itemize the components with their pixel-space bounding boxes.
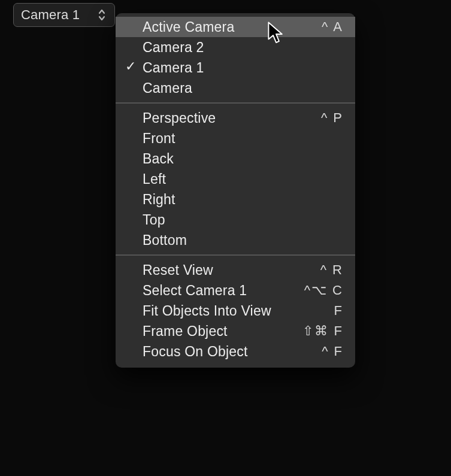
menu-item-label: Focus On Object — [143, 344, 322, 360]
menu-item-top[interactable]: Top — [116, 210, 355, 230]
menu-item-label: Camera — [143, 80, 343, 96]
menu-separator — [116, 254, 355, 256]
menu-item-perspective[interactable]: Perspective^ P — [116, 108, 355, 128]
menu-item-bottom[interactable]: Bottom — [116, 230, 355, 250]
menu-item-shortcut: ^ A — [322, 19, 343, 35]
camera-popup-button[interactable]: Camera 1 — [13, 3, 115, 27]
menu-item-front[interactable]: Front — [116, 128, 355, 148]
menu-item-label: Select Camera 1 — [143, 283, 304, 299]
menu-item-reset-view[interactable]: Reset View^ R — [116, 260, 355, 280]
updown-chevron-icon — [98, 8, 106, 22]
viewport-stage: { "button": { "label": "Camera 1" }, "me… — [0, 0, 451, 476]
menu-item-label: Perspective — [143, 110, 321, 126]
menu-item-select-camera-1[interactable]: Select Camera 1^⌥ C — [116, 280, 355, 301]
menu-item-label: Bottom — [143, 232, 343, 248]
menu-item-label: Reset View — [143, 262, 320, 278]
menu-item-shortcut: ^ F — [322, 344, 343, 359]
menu-item-focus-on-object[interactable]: Focus On Object^ F — [116, 341, 355, 362]
menu-item-label: Camera 2 — [143, 40, 343, 56]
menu-item-right[interactable]: Right — [116, 189, 355, 210]
menu-item-shortcut: ^⌥ C — [304, 283, 343, 298]
menu-item-label: Fit Objects Into View — [143, 303, 334, 319]
camera-popup-label: Camera 1 — [21, 7, 80, 23]
menu-item-camera[interactable]: Camera — [116, 78, 355, 98]
menu-item-shortcut: ^ R — [320, 262, 343, 278]
menu-item-camera-1[interactable]: ✓Camera 1 — [116, 57, 355, 78]
menu-item-shortcut: ⇧⌘ F — [302, 323, 343, 339]
menu-item-label: Camera 1 — [143, 60, 343, 76]
menu-item-label: Left — [143, 171, 343, 187]
menu-item-back[interactable]: Back — [116, 148, 355, 169]
menu-item-label: Right — [143, 192, 343, 208]
menu-item-frame-object[interactable]: Frame Object⇧⌘ F — [116, 321, 355, 341]
menu-item-label: Back — [143, 151, 343, 167]
menu-item-label: Active Camera — [143, 19, 322, 35]
menu-item-fit-objects-into-view[interactable]: Fit Objects Into ViewF — [116, 301, 355, 321]
menu-item-label: Front — [143, 131, 343, 147]
menu-item-label: Top — [143, 212, 343, 228]
menu-item-left[interactable]: Left — [116, 169, 355, 189]
menu-item-shortcut: ^ P — [321, 110, 343, 126]
menu-item-shortcut: F — [334, 303, 343, 319]
menu-item-active-camera[interactable]: Active Camera^ A — [116, 17, 355, 37]
check-icon: ✓ — [123, 59, 138, 74]
menu-item-camera-2[interactable]: Camera 2 — [116, 37, 355, 57]
camera-view-menu[interactable]: Active Camera^ ACamera 2✓Camera 1CameraP… — [116, 13, 355, 368]
menu-separator — [116, 102, 355, 104]
menu-item-label: Frame Object — [143, 323, 302, 339]
